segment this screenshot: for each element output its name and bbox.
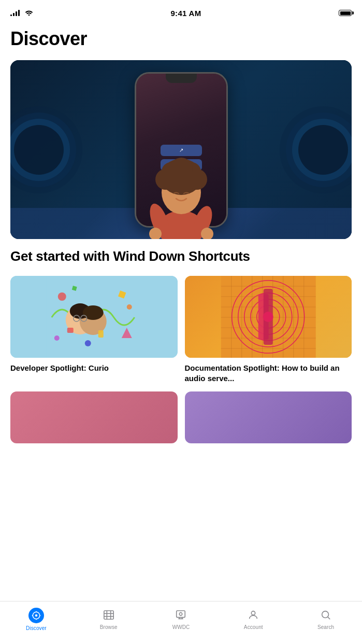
card-label-curio: Developer Spotlight: Curio bbox=[10, 363, 178, 373]
svg-rect-65 bbox=[177, 611, 185, 618]
tab-discover-label: Discover bbox=[26, 625, 47, 631]
speaker-left-circle bbox=[10, 119, 70, 181]
svg-point-14 bbox=[58, 292, 66, 301]
status-bar: 9:41 AM bbox=[0, 0, 362, 23]
tab-discover[interactable]: Discover bbox=[0, 606, 73, 631]
svg-rect-28 bbox=[98, 330, 104, 338]
svg-point-19 bbox=[127, 304, 132, 310]
wwdc-icon bbox=[173, 608, 188, 622]
battery-fill bbox=[340, 11, 351, 15]
speaker-left bbox=[10, 82, 73, 217]
signal-bar-1 bbox=[10, 15, 12, 16]
main-content: Discover ↗ ↗ bbox=[0, 23, 362, 486]
character-illustration bbox=[140, 135, 223, 239]
tab-search-label: Search bbox=[317, 624, 334, 630]
svg-point-66 bbox=[180, 612, 183, 615]
status-left bbox=[10, 9, 33, 17]
card-thumbnail-audio bbox=[185, 276, 352, 358]
speaker-right bbox=[289, 82, 352, 217]
cards-grid: Developer Spotlight: Curio bbox=[10, 276, 352, 383]
svg-point-17 bbox=[85, 340, 91, 346]
svg-point-8 bbox=[170, 158, 193, 180]
signal-bar-3 bbox=[16, 11, 17, 16]
card-label-audio: Documentation Spotlight: How to build an… bbox=[185, 363, 352, 383]
svg-rect-29 bbox=[67, 328, 74, 333]
card-thumbnail-curio bbox=[10, 276, 178, 358]
svg-point-53 bbox=[263, 312, 273, 322]
tab-account-label: Account bbox=[244, 624, 263, 630]
card-item-pink[interactable] bbox=[10, 391, 178, 443]
svg-point-20 bbox=[54, 335, 60, 341]
card-thumbnail-purple bbox=[185, 391, 352, 443]
account-icon bbox=[246, 608, 260, 622]
card-thumbnail-pink bbox=[10, 391, 178, 443]
hero-article-title: Get started with Wind Down Shortcuts bbox=[10, 248, 352, 264]
signal-bar-2 bbox=[13, 13, 15, 16]
card-item-purple[interactable] bbox=[185, 391, 352, 443]
battery-icon bbox=[339, 10, 352, 16]
svg-point-24 bbox=[83, 305, 104, 320]
tab-wwdc-label: WWDC bbox=[172, 624, 190, 630]
tab-wwdc[interactable]: WWDC bbox=[145, 606, 218, 630]
status-time: 9:41 AM bbox=[170, 9, 201, 18]
bottom-safe-area bbox=[10, 443, 352, 486]
status-right bbox=[339, 10, 352, 16]
tab-search[interactable]: Search bbox=[289, 606, 362, 630]
tab-bar: Discover Browse WWDC bbox=[0, 601, 362, 644]
curio-illustration bbox=[10, 276, 178, 358]
hero-background: ↗ ↗ bbox=[10, 60, 352, 239]
browse-icon bbox=[102, 608, 116, 622]
speaker-right-circle bbox=[292, 119, 352, 181]
audio-illustration bbox=[185, 276, 352, 358]
card-item-curio[interactable]: Developer Spotlight: Curio bbox=[10, 276, 178, 383]
search-icon bbox=[318, 608, 333, 622]
svg-line-69 bbox=[328, 617, 330, 619]
hero-card[interactable]: ↗ ↗ bbox=[10, 60, 352, 239]
tab-browse-label: Browse bbox=[100, 624, 118, 630]
svg-point-67 bbox=[252, 611, 255, 615]
svg-rect-60 bbox=[104, 611, 113, 620]
discover-icon bbox=[28, 608, 44, 623]
tab-account[interactable]: Account bbox=[217, 606, 289, 630]
tab-browse[interactable]: Browse bbox=[73, 606, 145, 630]
signal-bar-4 bbox=[18, 10, 20, 16]
svg-point-68 bbox=[322, 611, 329, 618]
signal-bars-icon bbox=[10, 10, 20, 16]
wifi-icon bbox=[25, 9, 33, 17]
svg-point-55 bbox=[35, 614, 38, 617]
card-item-audio[interactable]: Documentation Spotlight: How to build an… bbox=[185, 276, 352, 383]
page-title: Discover bbox=[10, 28, 352, 50]
cards-grid-bottom bbox=[10, 391, 352, 443]
phone-notch bbox=[166, 74, 197, 83]
